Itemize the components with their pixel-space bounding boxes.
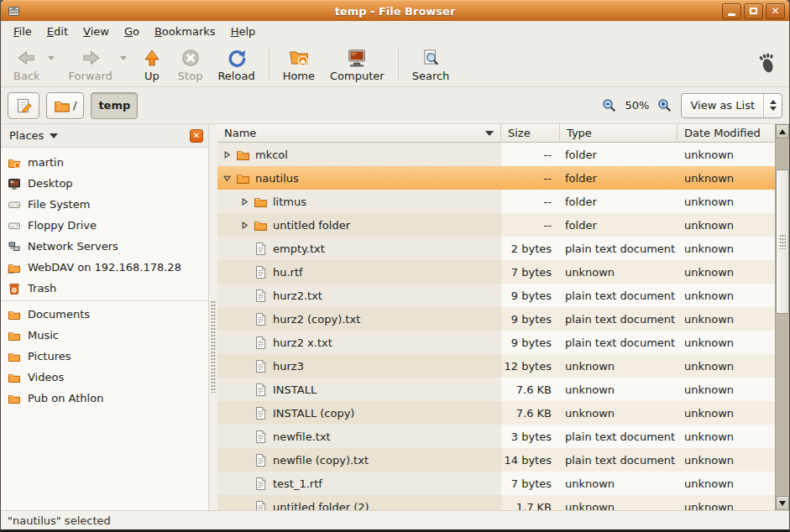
sidebar-item-network-servers[interactable]: Network Servers xyxy=(1,236,208,257)
sidebar-item-music[interactable]: Music xyxy=(1,325,208,346)
stop-button[interactable]: Stop xyxy=(170,44,211,84)
computer-button[interactable]: Computer xyxy=(322,44,392,84)
file-size: -- xyxy=(501,213,560,237)
vertical-scrollbar[interactable] xyxy=(775,124,789,510)
path-root-button[interactable]: / xyxy=(46,92,84,119)
menu-edit[interactable]: Edit xyxy=(39,23,76,39)
zoom-in-button[interactable] xyxy=(657,98,672,113)
file-type: unknown xyxy=(560,378,678,401)
column-date-label: Date Modified xyxy=(684,127,761,139)
forward-button[interactable]: Forward xyxy=(61,44,120,84)
home-button[interactable]: Home xyxy=(275,44,322,84)
file-row-untitled-folder-2-[interactable]: untitled folder (2)1.7 KBunknownunknown xyxy=(217,495,775,510)
search-button[interactable]: Search xyxy=(405,44,458,84)
file-row-hurz2-txt[interactable]: hurz2.txt9 bytesplain text documentunkno… xyxy=(217,284,775,307)
reload-icon xyxy=(226,47,248,69)
forward-button-label: Forward xyxy=(69,70,112,82)
arrow-up-icon xyxy=(779,129,786,134)
expander-collapsed-icon[interactable] xyxy=(221,150,233,159)
expander-collapsed-icon[interactable] xyxy=(238,197,250,206)
file-row-hu-rtf[interactable]: hu.rtf7 bytesunknownunknown xyxy=(217,260,775,284)
menu-go[interactable]: Go xyxy=(117,23,147,39)
sidebar-item-desktop[interactable]: Desktop xyxy=(1,173,208,194)
sidebar-item-file-system[interactable]: File System xyxy=(1,194,208,215)
file-row-hurz2-x-txt[interactable]: hurz2 x.txt9 bytesplain text documentunk… xyxy=(217,331,775,354)
sidebar-separator xyxy=(1,300,208,301)
menu-bookmarks[interactable]: Bookmarks xyxy=(147,23,223,39)
sidebar-close-button[interactable]: ✕ xyxy=(190,129,203,143)
file-row-hurz3[interactable]: hurz312 bytesunknownunknown xyxy=(217,354,775,378)
pane-splitter[interactable] xyxy=(209,124,217,510)
file-row-empty-txt[interactable]: empty.txt2 bytesplain text documentunkno… xyxy=(217,237,775,260)
folder-icon xyxy=(236,148,250,162)
sidebar-item-videos[interactable]: Videos xyxy=(1,367,208,388)
column-header-name[interactable]: Name xyxy=(217,124,501,143)
maximize-button[interactable] xyxy=(744,3,763,19)
file-row-test-1-rtf[interactable]: test_1.rtf7 bytesunknownunknown xyxy=(217,472,775,495)
file-name: nautilus xyxy=(255,172,299,185)
file-row-nautilus[interactable]: nautilus--folderunknown xyxy=(217,166,775,190)
file-date-modified: unknown xyxy=(678,495,775,510)
stop-button-label: Stop xyxy=(178,70,203,82)
file-icon xyxy=(254,500,268,511)
sidebar-item-trash[interactable]: Trash xyxy=(1,278,208,299)
file-icon xyxy=(254,336,268,350)
scroll-up-button[interactable] xyxy=(776,124,789,138)
edit-location-button[interactable] xyxy=(8,92,39,119)
network-icon xyxy=(8,240,21,253)
stop-icon xyxy=(180,47,201,69)
file-row-newfile-txt[interactable]: newfile.txt3 bytesplain text documentunk… xyxy=(217,425,775,448)
reload-button[interactable]: Reload xyxy=(210,44,262,84)
scroll-down-button[interactable] xyxy=(776,496,789,510)
back-button[interactable]: Back xyxy=(6,44,48,84)
file-row-untitled-folder[interactable]: untitled folder--folderunknown xyxy=(217,213,775,237)
view-mode-select[interactable]: View as List xyxy=(681,93,782,118)
expander-expanded-icon[interactable] xyxy=(221,174,233,183)
file-size: 1.7 KB xyxy=(501,495,560,510)
zoom-out-button[interactable] xyxy=(602,98,617,113)
scrollbar-thumb[interactable] xyxy=(776,170,789,314)
file-name: hurz2 (copy).txt xyxy=(273,313,360,326)
file-date-modified: unknown xyxy=(678,166,775,190)
file-row-newfile-copy-txt[interactable]: newfile (copy).txt14 bytesplain text doc… xyxy=(217,448,775,472)
up-button[interactable]: Up xyxy=(133,44,170,84)
expander-collapsed-icon[interactable] xyxy=(238,221,250,230)
back-history-dropdown[interactable] xyxy=(48,56,55,60)
file-row-litmus[interactable]: litmus--folderunknown xyxy=(217,190,775,213)
file-name: newfile.txt xyxy=(273,430,331,443)
column-header-type[interactable]: Type xyxy=(560,124,678,143)
path-temp-button[interactable]: temp xyxy=(91,92,138,119)
minimize-button[interactable] xyxy=(722,3,741,19)
home-icon xyxy=(288,47,310,69)
forward-history-dropdown[interactable] xyxy=(120,56,127,60)
file-name: test_1.rtf xyxy=(273,477,322,490)
file-row-install-copy-[interactable]: INSTALL (copy)7.6 KBunknownunknown xyxy=(217,401,775,425)
file-row-mkcol[interactable]: mkcol--folderunknown xyxy=(217,143,775,166)
places-menu-button[interactable]: Places xyxy=(9,129,190,142)
sidebar-item-pub-on-athlon[interactable]: Pub on Athlon xyxy=(1,388,208,409)
view-mode-label: View as List xyxy=(690,99,763,112)
column-header-size[interactable]: Size xyxy=(501,124,560,143)
close-button[interactable]: ✕ xyxy=(766,3,785,19)
file-icon xyxy=(254,477,268,491)
column-header-date-modified[interactable]: Date Modified xyxy=(678,124,775,143)
scrollbar-track[interactable] xyxy=(776,138,789,496)
sidebar-item-martin[interactable]: martin xyxy=(1,152,208,173)
menu-file[interactable]: File xyxy=(6,23,39,39)
menu-view[interactable]: View xyxy=(76,23,117,39)
sidebar-item-webdav-on-192-168-178-28[interactable]: WebDAV on 192.168.178.28 xyxy=(1,257,208,278)
window-icon xyxy=(7,4,21,18)
edit-location-icon xyxy=(15,97,32,114)
menu-help[interactable]: Help xyxy=(223,23,264,39)
sidebar-item-documents[interactable]: Documents xyxy=(1,304,208,325)
titlebar[interactable]: temp - File Browser ✕ xyxy=(1,0,789,21)
file-type: plain text document xyxy=(560,331,678,354)
sidebar-item-pictures[interactable]: Pictures xyxy=(1,346,208,367)
folder-icon xyxy=(8,350,21,363)
sidebar-item-floppy-drive[interactable]: Floppy Drive xyxy=(1,215,208,236)
window-title: temp - File Browser xyxy=(1,5,789,18)
file-row-hurz2-copy-txt[interactable]: hurz2 (copy).txt9 bytesplain text docume… xyxy=(217,307,775,331)
file-date-modified: unknown xyxy=(678,472,775,495)
file-row-install[interactable]: INSTALL7.6 KBunknownunknown xyxy=(217,378,775,401)
sidebar-header: Places ✕ xyxy=(1,124,208,148)
